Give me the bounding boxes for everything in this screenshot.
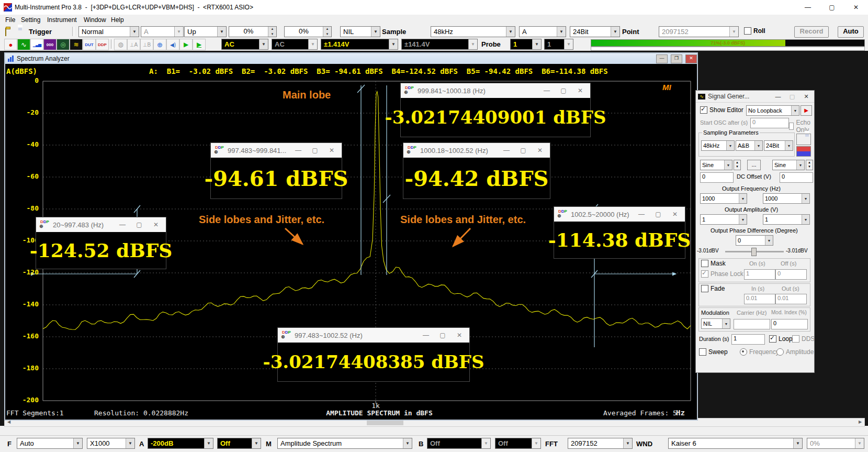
fade-checkbox[interactable]: Fade — [701, 285, 725, 292]
chevron-down-icon[interactable]: ▼ — [726, 141, 734, 150]
data-logger-ddp-icon[interactable]: DDP — [96, 39, 109, 50]
close-icon[interactable]: ✕ — [533, 147, 547, 154]
chevron-down-icon[interactable]: ▼ — [724, 160, 732, 170]
fft-size-select[interactable]: 2097152▼ — [568, 438, 633, 449]
mod-index-input[interactable]: 0 — [771, 319, 808, 329]
bit-resolution-select[interactable]: 24Bit▼ — [570, 26, 620, 37]
trigger-delay-spinner[interactable]: 0% ▲▼ — [284, 26, 332, 37]
close-icon[interactable]: ✕ — [801, 93, 812, 100]
signal-generator-icon[interactable]: ∿ — [17, 39, 30, 50]
maximize-icon[interactable]: ▢ — [820, 0, 844, 15]
waveform-a-select[interactable]: Sine▼ — [700, 160, 732, 170]
run-icon[interactable]: ▶ — [179, 39, 193, 50]
dc-offset-a-input[interactable]: 0 — [700, 172, 734, 183]
checkbox-icon[interactable] — [699, 348, 706, 356]
chevron-down-icon[interactable]: ▼ — [722, 319, 730, 328]
close-icon[interactable]: ✕ — [453, 332, 466, 339]
chevron-down-icon[interactable]: ▼ — [623, 438, 632, 448]
auto-button[interactable]: Auto — [838, 26, 864, 38]
minimize-icon[interactable]: — — [116, 221, 129, 228]
chevron-down-icon[interactable]: ▼ — [130, 27, 139, 37]
sweep-checkbox[interactable]: Sweep — [699, 348, 728, 356]
run-single-icon[interactable]: ▶ — [193, 39, 206, 50]
maximize-icon[interactable]: ▢ — [516, 147, 530, 154]
maximize-icon[interactable]: ▢ — [308, 147, 322, 154]
close-icon[interactable]: ✕ — [573, 87, 587, 94]
maximize-icon[interactable]: ▢ — [436, 332, 449, 339]
probe-a-select[interactable]: 1▼ — [510, 39, 542, 50]
chevron-down-icon[interactable]: ▼ — [793, 438, 802, 448]
restore-icon[interactable]: ❐ — [671, 54, 682, 63]
reference-a-select[interactable]: Off▼ — [217, 438, 261, 449]
chevron-down-icon[interactable]: ▼ — [611, 27, 619, 37]
chevron-down-icon[interactable]: ▼ — [802, 215, 809, 224]
window-function-select[interactable]: Kaiser 6▼ — [668, 438, 803, 449]
sg-hot-panel-icon[interactable] — [796, 146, 811, 157]
close-icon[interactable]: ✕ — [325, 147, 339, 154]
menu-instrument[interactable]: Instrument — [45, 16, 79, 24]
chevron-down-icon[interactable]: ▼ — [739, 215, 747, 224]
chevron-down-icon[interactable]: ▼ — [765, 236, 773, 245]
wave-b-spinner[interactable]: ▲▼ — [806, 160, 813, 170]
hold-icon[interactable]: ◍ — [114, 39, 127, 50]
checkbox-icon[interactable] — [701, 260, 708, 267]
menu-file[interactable]: File — [3, 16, 17, 24]
chevron-down-icon[interactable]: ▼ — [796, 160, 804, 170]
sampling-rate-select[interactable]: 48kHz▼ — [431, 26, 515, 37]
channel-select[interactable]: A▼ — [519, 26, 566, 37]
chevron-down-icon[interactable]: ▼ — [506, 27, 515, 37]
maximize-icon[interactable]: ▢ — [557, 87, 570, 94]
minimize-icon[interactable]: — — [796, 0, 820, 15]
sg-bits-select[interactable]: 24Bit▼ — [764, 140, 793, 151]
frequency-b-select[interactable]: 1000▼ — [763, 193, 810, 204]
chevron-down-icon[interactable]: ▼ — [403, 438, 412, 448]
chevron-down-icon[interactable]: ▼ — [785, 141, 793, 150]
chevron-down-icon[interactable]: ▼ — [791, 106, 799, 115]
chevron-down-icon[interactable]: ▼ — [73, 438, 82, 448]
scroll-right-icon[interactable]: ▶ — [856, 418, 864, 425]
checkbox-icon[interactable] — [701, 285, 708, 292]
chevron-down-icon[interactable]: ▼ — [217, 27, 226, 37]
range-a-display-select[interactable]: -200dB▼ — [148, 438, 213, 449]
sg-run-button[interactable]: ▶ — [801, 105, 812, 116]
oscilloscope-icon[interactable]: ● — [4, 39, 17, 50]
trigger-slope-select[interactable]: Up▼ — [184, 26, 227, 37]
chevron-down-icon[interactable]: ▼ — [371, 27, 380, 37]
minimize-icon[interactable]: — — [540, 87, 554, 94]
sg-channels-select[interactable]: A&B▼ — [736, 140, 763, 151]
checkbox-icon[interactable] — [769, 335, 776, 343]
chevron-down-icon[interactable]: ▼ — [204, 438, 213, 448]
trigger-mode-select[interactable]: Normal▼ — [78, 26, 139, 37]
multimeter-icon[interactable]: ◎ — [57, 39, 70, 50]
spectrum-analyzer-icon[interactable]: ▁▃▅ — [30, 39, 43, 50]
spectrum-3d-plot-icon[interactable]: ≋ — [70, 39, 83, 50]
zoom-select[interactable]: X1000▼ — [87, 438, 135, 449]
open-file-icon[interactable] — [5, 28, 6, 36]
wave-a-spinner[interactable]: ▲▼ — [734, 160, 741, 170]
menu-setting[interactable]: Setting — [19, 16, 42, 24]
loopback-select[interactable]: No Loopback▼ — [746, 105, 799, 116]
minimize-icon[interactable]: — — [500, 147, 513, 154]
sg-save-button[interactable] — [796, 134, 811, 145]
range-a-select[interactable]: ±1.414V▼ — [321, 39, 398, 50]
minimize-icon[interactable]: — — [419, 332, 433, 339]
level-slider-thumb[interactable] — [751, 248, 757, 256]
chevron-down-icon[interactable]: ▼ — [126, 438, 134, 448]
chevron-down-icon[interactable]: ▼ — [754, 141, 762, 150]
dc-offset-b-input[interactable]: 0 — [780, 172, 813, 183]
ddp-titlebar[interactable]: DDP⊕ 997.483~999.841... — ▢ ✕ — [211, 143, 342, 158]
signal-generator-titlebar[interactable]: ∿ Signal Gener... — ▢ ✕ — [696, 91, 814, 103]
minimize-icon[interactable]: — — [772, 93, 784, 100]
chevron-down-icon[interactable]: ▼ — [557, 27, 566, 37]
ddp-titlebar[interactable]: DDP⊕ 997.483~1002.52 (Hz) — ▢ ✕ — [278, 328, 469, 343]
trigger-level-spinner[interactable]: 0% ▲▼ — [229, 26, 277, 37]
chevron-down-icon[interactable]: ▼ — [532, 39, 541, 49]
close-icon[interactable]: ✕ — [844, 0, 868, 15]
spinner-arrows-icon[interactable]: ▲▼ — [323, 27, 331, 37]
waveform-b-select[interactable]: Sine▼ — [772, 160, 805, 170]
minimize-icon[interactable]: — — [635, 211, 648, 218]
frequency-axis-select[interactable]: Auto▼ — [17, 438, 83, 449]
menu-window[interactable]: Window — [82, 16, 108, 24]
loop-checkbox[interactable]: Loop — [769, 335, 793, 343]
sg-sampling-rate-select[interactable]: 48kHz▼ — [701, 140, 735, 151]
